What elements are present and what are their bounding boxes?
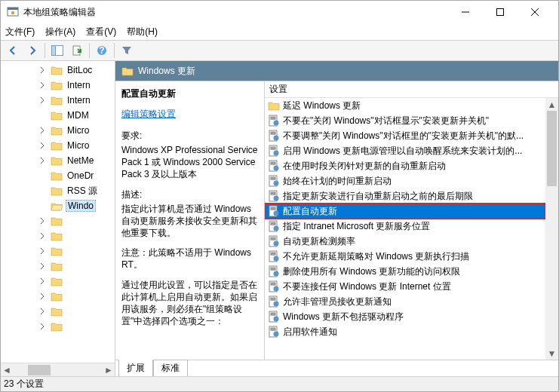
list-item[interactable]: 指定 Intranet Microsoft 更新服务位置 — [265, 219, 545, 234]
list-item-label: 启用软件通知 — [283, 326, 337, 338]
description-text: 指定此计算机是否通过 Windows 自动更新服务来接收安全更新和其他重要下载。 — [121, 203, 258, 240]
svg-rect-22 — [271, 149, 275, 149]
maximize-button[interactable] — [483, 1, 518, 23]
chevron-right-icon[interactable] — [38, 308, 46, 315]
close-button[interactable] — [518, 1, 552, 23]
svg-point-31 — [274, 181, 279, 186]
main-area: BitLocInternInternMDMMicroMicroNetMeOneD… — [1, 61, 558, 376]
titlebar: 本地组策略编辑器 — [1, 1, 558, 23]
forward-button[interactable] — [23, 42, 41, 59]
column-header-setting[interactable]: 设置 — [265, 83, 287, 96]
chevron-right-icon[interactable] — [38, 292, 46, 300]
tree-item[interactable]: OneDr — [1, 168, 115, 183]
svg-point-35 — [274, 196, 279, 201]
list-item[interactable]: 不允许更新延期策略对 Windows 更新执行扫描 — [265, 249, 545, 264]
list-item[interactable]: 在使用时段关闭针对更新的自动重新启动 — [265, 158, 545, 173]
tab-extended[interactable]: 扩展 — [118, 360, 153, 376]
chevron-right-icon[interactable] — [38, 262, 46, 270]
svg-point-67 — [274, 317, 279, 322]
chevron-right-icon[interactable] — [38, 157, 46, 164]
svg-rect-41 — [271, 222, 275, 223]
tree-item[interactable]: Micro — [1, 123, 115, 138]
tree-item[interactable] — [1, 243, 115, 259]
list-item-label: 不要调整"关闭 Windows"对话框里的"安装更新并关机"的默... — [283, 130, 524, 142]
svg-rect-26 — [271, 164, 275, 164]
tree-item[interactable]: RSS 源 — [1, 183, 115, 198]
menu-help[interactable]: 帮助(H) — [127, 26, 158, 38]
chevron-right-icon[interactable] — [38, 81, 46, 89]
tree-horizontal-scrollbar[interactable]: ◄► — [1, 363, 115, 376]
menu-action[interactable]: 操作(A) — [45, 26, 75, 38]
menu-view[interactable]: 查看(V) — [86, 26, 116, 38]
edit-policy-link[interactable]: 编辑策略设置 — [121, 108, 176, 121]
tree-item[interactable] — [1, 304, 115, 319]
tree-item[interactable] — [1, 228, 115, 243]
chevron-right-icon[interactable] — [38, 323, 46, 330]
list-item[interactable]: 自动更新检测频率 — [265, 234, 545, 249]
list-item-label: 指定 Intranet Microsoft 更新服务位置 — [283, 220, 430, 233]
chevron-right-icon[interactable] — [38, 217, 46, 225]
list-item[interactable]: 允许非管理员接收更新通知 — [265, 294, 545, 309]
chevron-right-icon[interactable] — [38, 277, 46, 285]
svg-rect-62 — [271, 299, 275, 300]
list-item[interactable]: 始终在计划的时间重新启动 — [265, 173, 545, 188]
svg-point-59 — [274, 286, 279, 292]
svg-point-15 — [274, 121, 279, 126]
svg-rect-18 — [271, 133, 275, 134]
tree-item[interactable]: Micro — [1, 138, 115, 153]
filter-button[interactable] — [118, 42, 136, 59]
export-list-button[interactable] — [68, 42, 86, 59]
svg-rect-4 — [497, 9, 504, 16]
menubar: 文件(F) 操作(A) 查看(V) 帮助(H) — [1, 23, 558, 40]
window-title: 本地组策略编辑器 — [23, 6, 448, 19]
chevron-right-icon[interactable] — [38, 247, 46, 255]
list-column-header-row: 设置 — [265, 81, 558, 98]
tree-item[interactable] — [1, 274, 115, 289]
description-pane: 配置自动更新 编辑策略设置 要求: Windows XP Professiona… — [115, 81, 265, 360]
list-item-label: 启用 Windows 更新电源管理以自动唤醒系统来安装计划的... — [283, 145, 522, 158]
chevron-right-icon[interactable] — [38, 96, 46, 104]
list-item[interactable]: Windows 更新不包括驱动程序 — [265, 309, 545, 324]
list-item[interactable]: 启用 Windows 更新电源管理以自动唤醒系统来安装计划的... — [265, 143, 545, 158]
tree-item[interactable]: Windo — [1, 198, 115, 213]
tree-item[interactable] — [1, 213, 115, 228]
list-item[interactable]: 删除使用所有 Windows 更新功能的访问权限 — [265, 264, 545, 279]
toolbar-separator — [89, 43, 90, 58]
svg-rect-1 — [8, 8, 18, 10]
list-item-label: 配置自动更新 — [283, 205, 337, 218]
back-button[interactable] — [4, 42, 22, 59]
tree-item[interactable] — [1, 319, 115, 334]
svg-point-39 — [274, 211, 279, 216]
tree[interactable]: BitLocInternInternMDMMicroMicroNetMeOneD… — [1, 61, 115, 334]
svg-rect-33 — [271, 192, 275, 193]
tab-standard[interactable]: 标准 — [153, 360, 188, 376]
tree-item[interactable]: MDM — [1, 108, 115, 123]
list-item-label: 延迟 Windows 更新 — [283, 100, 361, 112]
list-item[interactable]: 指定更新安装进行自动重新启动之前的最后期限 — [265, 188, 545, 204]
chevron-right-icon[interactable] — [38, 142, 46, 149]
tree-item[interactable]: Intern — [1, 78, 115, 93]
menu-file[interactable]: 文件(F) — [5, 26, 35, 38]
settings-list[interactable]: 延迟 Windows 更新不要在"关闭 Windows"对话框显示"安装更新并关… — [265, 98, 545, 360]
show-hide-tree-button[interactable] — [48, 42, 66, 59]
tree-item[interactable]: Intern — [1, 93, 115, 108]
tree-item[interactable]: NetMe — [1, 153, 115, 168]
list-item[interactable]: 延迟 Windows 更新 — [265, 98, 545, 113]
list-item[interactable]: 不要连接任何 Windows 更新 Internet 位置 — [265, 279, 545, 294]
description-note: 注意：此策略不适用于 Windows RT。 — [121, 247, 258, 271]
list-item[interactable]: 启用软件通知 — [265, 324, 545, 339]
list-vertical-scrollbar[interactable]: ▲▼ — [545, 98, 558, 360]
tree-item[interactable] — [1, 259, 115, 274]
minimize-button[interactable] — [448, 1, 483, 23]
list-item[interactable]: 配置自动更新 — [265, 204, 545, 219]
chevron-right-icon[interactable] — [38, 66, 46, 74]
chevron-right-icon[interactable] — [38, 232, 46, 240]
chevron-right-icon[interactable] — [38, 127, 46, 134]
list-item[interactable]: 不要在"关闭 Windows"对话框显示"安装更新并关机" — [265, 113, 545, 128]
tree-item[interactable] — [1, 289, 115, 304]
list-item-label: 允许非管理员接收更新通知 — [283, 296, 392, 308]
help-button[interactable]: ? — [93, 42, 111, 59]
list-item[interactable]: 不要调整"关闭 Windows"对话框里的"安装更新并关机"的默... — [265, 128, 545, 143]
svg-rect-34 — [271, 194, 275, 194]
tree-item[interactable]: BitLoc — [1, 63, 115, 78]
